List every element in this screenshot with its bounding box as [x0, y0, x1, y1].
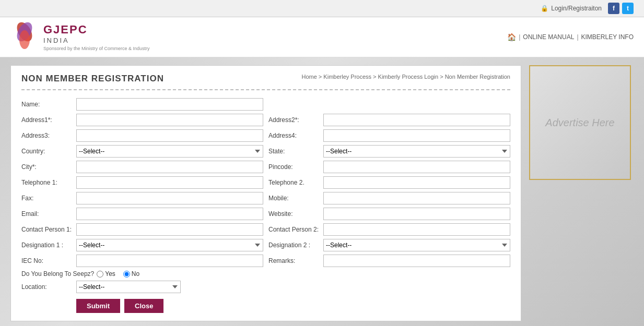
telephone2-input[interactable] — [323, 176, 510, 189]
designation2-label: Designation 2 : — [268, 242, 321, 249]
seepz-no-option[interactable]: No — [123, 270, 139, 277]
main-content: NON MEMBER REGISTRATION Home > Kimberley… — [0, 57, 644, 326]
header: GJEPC INDIA Sponsored by the Ministry of… — [0, 17, 644, 57]
designation1-label: Designation 1 : — [21, 242, 74, 249]
logo-graphic — [10, 21, 39, 53]
telephone1-field-group: Telephone 1: — [21, 176, 263, 189]
country-label: Country: — [21, 148, 74, 155]
email-input[interactable] — [76, 208, 263, 220]
name-field-group: Name: — [21, 98, 263, 111]
address1-input[interactable] — [76, 114, 263, 126]
address1-label: Address1*: — [21, 116, 74, 124]
address2-input[interactable] — [323, 114, 510, 126]
kimberley-info-link[interactable]: KIMBERLEY INFO — [581, 33, 634, 41]
website-label: Website: — [268, 210, 321, 218]
address1-field-group: Address1*: — [21, 114, 263, 126]
sidebar: Advertise Here — [529, 65, 634, 321]
telephone2-label: Telephone 2. — [268, 179, 321, 186]
contact-person2-label: Contact Person 2: — [268, 226, 321, 233]
seepz-radio-group: Yes No — [97, 270, 139, 277]
online-manual-link[interactable]: ONLINE MANUAL — [523, 33, 574, 41]
seepz-yes-option[interactable]: Yes — [97, 270, 115, 277]
website-field-group: Website: — [268, 208, 510, 220]
iec-input[interactable] — [76, 255, 263, 267]
seepz-field-group: Do You Belong To Seepz? Yes No — [21, 270, 510, 277]
iec-field-group: IEC No: — [21, 255, 263, 267]
remarks-field-group: Remarks: — [268, 255, 510, 267]
contact-person1-label: Contact Person 1: — [21, 226, 74, 233]
ad-box: Advertise Here — [529, 65, 631, 180]
city-input[interactable] — [76, 161, 263, 173]
logo-gjepc: GJEPC — [43, 23, 150, 37]
contact-person2-input[interactable] — [323, 223, 510, 236]
logo-area: GJEPC INDIA Sponsored by the Ministry of… — [10, 21, 150, 53]
address3-field-group: Address3: — [21, 129, 263, 142]
login-label: Login/Registraiton — [551, 5, 602, 12]
designation2-field-group: Designation 2 : --Select-- — [268, 239, 510, 251]
title-divider — [21, 89, 510, 90]
pincode-label: Pincode: — [268, 163, 321, 171]
breadcrumb-header: NON MEMBER REGISTRATION Home > Kimberley… — [21, 74, 510, 87]
page-title: NON MEMBER REGISTRATION — [21, 74, 164, 84]
ad-text: Advertise Here — [545, 117, 614, 129]
location-label: Location: — [21, 283, 74, 291]
mobile-field-group: Mobile: — [268, 192, 510, 204]
logo-text: GJEPC INDIA Sponsored by the Ministry of… — [43, 23, 150, 52]
address4-input[interactable] — [323, 129, 510, 142]
telephone1-label: Telephone 1: — [21, 179, 74, 186]
telephone1-input[interactable] — [76, 176, 263, 189]
name-input[interactable] — [76, 98, 263, 111]
lock-icon: 🔒 — [541, 5, 548, 12]
address3-input[interactable] — [76, 129, 263, 142]
telephone2-field-group: Telephone 2. — [268, 176, 510, 189]
location-field-group: Location: --Select-- — [21, 281, 510, 293]
designation1-field-group: Designation 1 : --Select-- — [21, 239, 263, 251]
breadcrumb: Home > Kimberley Process > Kimberly Proc… — [301, 74, 510, 80]
mobile-input[interactable] — [323, 192, 510, 204]
address4-field-group: Address4: — [268, 129, 510, 142]
home-icon[interactable]: 🏠 — [507, 33, 516, 41]
header-nav: 🏠 | ONLINE MANUAL | KIMBERLEY INFO — [507, 33, 634, 41]
twitter-icon[interactable]: t — [622, 3, 634, 14]
remarks-input[interactable] — [323, 255, 510, 267]
seepz-yes-radio[interactable] — [97, 271, 103, 277]
contact-person1-input[interactable] — [76, 223, 263, 236]
logo-india: INDIA — [43, 37, 150, 45]
seepz-label: Do You Belong To Seepz? — [21, 270, 94, 277]
login-button[interactable]: 🔒 Login/Registraiton — [541, 5, 602, 12]
iec-label: IEC No: — [21, 257, 74, 264]
designation1-select[interactable]: --Select-- — [76, 239, 263, 251]
seepz-no-radio[interactable] — [123, 271, 130, 277]
form-section: NON MEMBER REGISTRATION Home > Kimberley… — [10, 65, 521, 321]
seepz-no-label: No — [132, 270, 139, 277]
facebook-icon[interactable]: f — [608, 3, 619, 14]
city-field-group: City*: — [21, 161, 263, 173]
button-row: Submit Close — [21, 299, 510, 313]
pincode-input[interactable] — [323, 161, 510, 173]
address2-field-group: Address2*: — [268, 114, 510, 126]
location-select[interactable]: --Select-- — [76, 281, 181, 293]
fax-input[interactable] — [76, 192, 263, 204]
country-select[interactable]: --Select-- — [76, 145, 263, 158]
state-field-group: State: --Select-- — [268, 145, 510, 158]
close-button[interactable]: Close — [124, 299, 163, 313]
remarks-label: Remarks: — [268, 257, 321, 264]
designation2-select[interactable]: --Select-- — [323, 239, 510, 251]
email-field-group: Email: — [21, 208, 263, 220]
social-icons: f t — [608, 3, 634, 14]
city-label: City*: — [21, 163, 74, 171]
website-input[interactable] — [323, 208, 510, 220]
registration-form: Name: Address1*: Address2*: Address3: Ad… — [21, 98, 510, 313]
name-label: Name: — [21, 101, 74, 108]
pincode-field-group: Pincode: — [268, 161, 510, 173]
submit-button[interactable]: Submit — [76, 299, 120, 313]
mobile-label: Mobile: — [268, 195, 321, 202]
seepz-yes-label: Yes — [105, 270, 115, 277]
state-label: State: — [268, 148, 321, 155]
svg-point-2 — [19, 30, 30, 49]
state-select[interactable]: --Select-- — [323, 145, 510, 158]
address3-label: Address3: — [21, 132, 74, 139]
logo-subtitle: Sponsored by the Ministry of Commerce & … — [43, 46, 150, 52]
fax-label: Fax: — [21, 195, 74, 202]
email-label: Email: — [21, 210, 74, 218]
